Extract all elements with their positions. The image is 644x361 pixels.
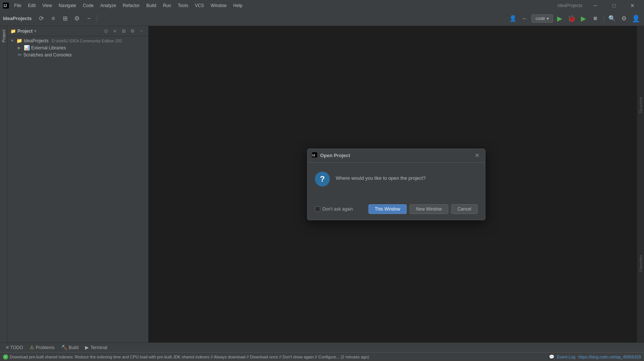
root-path: D:\IntelliJ IDEA Community Edition 202 xyxy=(52,39,122,43)
status-icon: ✓ xyxy=(3,354,8,360)
dont-ask-row: Don't ask again xyxy=(315,206,365,212)
code-dropdown-arrow: ▾ xyxy=(547,16,549,21)
status-url: https://blog.csdn.net/qq_45856329 xyxy=(578,355,641,359)
menu-vcs[interactable]: VCS xyxy=(192,2,207,9)
event-log-label: Event Log xyxy=(557,355,576,359)
problems-tab[interactable]: ⚠ Problems xyxy=(27,344,58,351)
todo-label: TODO xyxy=(10,345,23,350)
terminal-tab[interactable]: ▶ Terminal xyxy=(82,344,110,351)
menu-bar: File Edit View Navigate Code Analyze Ref… xyxy=(11,2,553,9)
avatar-button[interactable]: 👤 xyxy=(631,13,641,24)
editor-area: Search Everywhere Double Shift Go to Fil… xyxy=(149,26,644,342)
panel-settings-btn[interactable]: ⚙ xyxy=(129,27,136,35)
menu-view[interactable]: View xyxy=(39,2,55,9)
root-label: IdeaProjects xyxy=(24,38,49,43)
new-window-button[interactable]: New Window xyxy=(410,204,448,214)
menu-file[interactable]: File xyxy=(11,2,24,9)
sync-button[interactable]: ⟳ xyxy=(36,13,46,24)
left-sidebar: Project xyxy=(0,26,7,342)
dont-ask-checkbox[interactable] xyxy=(315,206,320,212)
menu-build[interactable]: Build xyxy=(143,2,159,9)
search-everywhere-btn[interactable]: 🔍 xyxy=(607,13,617,24)
expand-button[interactable]: ⊞ xyxy=(60,13,70,24)
dialog-body: ? Where would you like to open the proje… xyxy=(308,163,485,201)
menu-tools[interactable]: Tools xyxy=(175,2,191,9)
todo-icon: ≡ xyxy=(6,345,9,350)
dialog-title-bar: IJ Open Project ✕ xyxy=(308,149,485,163)
panel-header: 📁 Project ▾ ⊙ ≡ ⊞ ⚙ − xyxy=(7,26,148,36)
panel-title-arrow[interactable]: ▾ xyxy=(34,29,36,33)
event-log-link[interactable]: 💬 Event Log xyxy=(549,354,576,360)
status-message: Download pre-built shared indexes: Reduc… xyxy=(10,355,369,359)
settings-button[interactable]: ⚙ xyxy=(72,13,82,24)
app-logo: IJ xyxy=(3,3,9,9)
panel-locate-btn[interactable]: ⊙ xyxy=(102,27,110,35)
this-window-button[interactable]: This Window xyxy=(368,204,407,214)
menu-code[interactable]: Code xyxy=(80,2,97,9)
close-panel-button[interactable]: − xyxy=(84,13,94,24)
tree-root[interactable]: ▼ 📁 IdeaProjects D:\IntelliJ IDEA Commun… xyxy=(7,37,148,44)
title-bar: IJ File Edit View Navigate Code Analyze … xyxy=(0,0,644,11)
dialog-title-text: Open Project xyxy=(320,153,470,158)
code-dropdown[interactable]: code ▾ xyxy=(531,14,553,23)
tree-arrow-ext: ▶ xyxy=(18,46,22,50)
dialog-footer: Don't ask again This Window New Window C… xyxy=(308,201,485,220)
panel-expand-btn[interactable]: ⊞ xyxy=(120,27,127,35)
toolbar: IdeaProjects ⟳ ≡ ⊞ ⚙ − 👤 ← code ▾ ▶ 🐞 ▶ … xyxy=(0,11,644,26)
library-icon: 📊 xyxy=(24,45,30,51)
settings-gear-button[interactable]: ⚙ xyxy=(619,13,629,24)
stop-button[interactable]: ■ xyxy=(590,13,601,24)
bottom-tabs: ≡ TODO ⚠ Problems 🔨 Build ▶ Terminal xyxy=(0,342,644,352)
debug-button[interactable]: 🐞 xyxy=(566,13,577,24)
open-project-dialog: IJ Open Project ✕ ? Where would you like… xyxy=(307,149,485,220)
project-side-label[interactable]: Project xyxy=(1,27,7,45)
menu-window[interactable]: Window xyxy=(208,2,230,9)
menu-analyze[interactable]: Analyze xyxy=(97,2,119,9)
window-title: IdeaProjects xyxy=(557,3,582,8)
panel-minimize-btn[interactable]: − xyxy=(138,27,145,35)
event-log-icon: 💬 xyxy=(549,354,554,360)
ext-libs-label: External Libraries xyxy=(31,45,66,51)
toolbar-project-name: IdeaProjects xyxy=(3,16,32,21)
maximize-button[interactable]: □ xyxy=(605,0,622,11)
question-icon: ? xyxy=(315,172,330,186)
toolbar-right: 👤 ← code ▾ ▶ 🐞 ▶ ■ 🔍 ⚙ 👤 xyxy=(508,13,641,24)
dialog-question-text: Where would you like to open the project… xyxy=(336,172,426,181)
code-label: code xyxy=(536,16,545,21)
main-layout: Project 📁 Project ▾ ⊙ ≡ ⊞ ⚙ − ▼ 📁 IdeaPr… xyxy=(0,26,644,342)
dialog-overlay: IJ Open Project ✕ ? Where would you like… xyxy=(149,26,644,342)
tree-arrow-root: ▼ xyxy=(10,39,15,43)
scratches-label: Scratches and Consoles xyxy=(23,52,72,58)
svg-text:IJ: IJ xyxy=(312,153,315,157)
menu-edit[interactable]: Edit xyxy=(25,2,39,9)
collapse-button[interactable]: ≡ xyxy=(48,13,58,24)
toolbar-separator xyxy=(97,15,97,22)
tree-scratches[interactable]: ✏ Scratches and Consoles xyxy=(7,51,148,58)
build-icon: 🔨 xyxy=(61,345,67,350)
problems-label: Problems xyxy=(36,345,55,350)
dialog-question-row: ? Where would you like to open the proje… xyxy=(315,172,478,186)
run-button[interactable]: ▶ xyxy=(554,13,565,24)
dialog-close-button[interactable]: ✕ xyxy=(473,152,481,159)
close-button[interactable]: ✕ xyxy=(624,0,641,11)
menu-refactor[interactable]: Refactor xyxy=(120,2,143,9)
project-panel: 📁 Project ▾ ⊙ ≡ ⊞ ⚙ − ▼ 📁 IdeaProjects D… xyxy=(7,26,149,342)
back-button[interactable]: ← xyxy=(520,13,530,24)
tree-external-libraries[interactable]: ▶ 📊 External Libraries xyxy=(7,44,148,51)
terminal-icon: ▶ xyxy=(85,345,89,350)
user-button[interactable]: 👤 xyxy=(508,13,518,24)
dont-ask-label: Don't ask again xyxy=(322,206,353,212)
menu-run[interactable]: Run xyxy=(160,2,174,9)
panel-collapse-btn[interactable]: ≡ xyxy=(111,27,118,35)
cancel-button[interactable]: Cancel xyxy=(451,204,478,214)
todo-tab[interactable]: ≡ TODO xyxy=(3,344,26,351)
coverage-button[interactable]: ▶ xyxy=(578,13,589,24)
menu-help[interactable]: Help xyxy=(230,2,245,9)
build-tab[interactable]: 🔨 Build xyxy=(58,344,82,351)
toolbar-separator-2 xyxy=(604,15,604,22)
scratch-icon: ✏ xyxy=(18,52,22,58)
menu-navigate[interactable]: Navigate xyxy=(56,2,79,9)
minimize-button[interactable]: ─ xyxy=(587,0,604,11)
svg-text:IJ: IJ xyxy=(4,4,7,8)
status-bar: ✓ Download pre-built shared indexes: Red… xyxy=(0,352,644,361)
